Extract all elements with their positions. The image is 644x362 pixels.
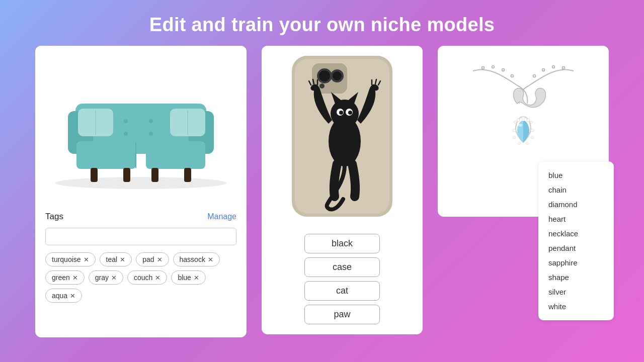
svg-point-1	[55, 177, 226, 189]
tags-header: Tags Manage	[45, 212, 236, 222]
svg-point-13	[124, 132, 128, 136]
tag-case: case	[304, 257, 380, 277]
svg-rect-17	[123, 168, 130, 182]
svg-point-28	[319, 70, 330, 81]
svg-point-31	[319, 83, 325, 88]
svg-point-68	[518, 124, 522, 127]
svg-point-33	[331, 100, 359, 128]
necklace-tag-white: white	[548, 301, 604, 312]
phone-case-card: black case cat paw	[262, 46, 423, 334]
svg-point-10	[149, 119, 153, 123]
tag-chip-teal: teal ✕	[100, 252, 132, 266]
necklace-tag-necklace: necklace	[548, 228, 604, 239]
sofa-image-area	[35, 46, 247, 202]
tag-chip-green: green ✕	[45, 270, 85, 285]
svg-point-30	[333, 71, 342, 80]
tags-section: Tags Manage turquoise ✕ teal ✕ pad ✕ h	[35, 202, 247, 315]
manage-link[interactable]: Manage	[207, 212, 236, 221]
svg-rect-16	[91, 168, 98, 182]
tag-chip-pad: pad ✕	[136, 252, 169, 266]
phone-case-svg	[287, 51, 397, 222]
svg-rect-18	[151, 168, 158, 182]
necklace-tag-pendant: pendant	[548, 242, 604, 254]
remove-tag-blue[interactable]: ✕	[194, 275, 199, 281]
remove-tag-pad[interactable]: ✕	[157, 256, 163, 263]
remove-tag-couch[interactable]: ✕	[155, 275, 160, 281]
svg-point-14	[149, 132, 153, 136]
simple-tags-list: black case cat paw	[262, 227, 423, 324]
necklace-tags-container: blue chain diamond heart necklace pendan…	[538, 161, 614, 320]
necklace-tag-chain: chain	[548, 184, 604, 196]
tag-chips-container: turquoise ✕ teal ✕ pad ✕ hassock ✕ green	[45, 252, 236, 303]
tag-black: black	[304, 234, 380, 253]
necklace-tag-heart: heart	[548, 213, 604, 225]
remove-tag-green[interactable]: ✕	[72, 275, 78, 281]
svg-point-65	[531, 136, 534, 139]
svg-point-62	[514, 121, 517, 124]
necklace-tag-sapphire: sapphire	[548, 257, 604, 268]
necklace-card-wrapper: blue chain diamond heart necklace pendan…	[438, 46, 609, 217]
svg-point-57	[513, 129, 516, 132]
svg-rect-5	[76, 141, 136, 169]
svg-point-58	[531, 129, 534, 132]
phone-case-image-area	[262, 46, 423, 227]
svg-point-59	[517, 119, 520, 122]
page-title: Edit and train your own niche models	[149, 14, 495, 36]
necklace-tag-shape: shape	[548, 272, 604, 283]
svg-point-38	[339, 111, 343, 115]
svg-point-67	[526, 142, 529, 145]
remove-tag-turquoise[interactable]: ✕	[84, 256, 89, 263]
tag-chip-aqua: aqua ✕	[45, 289, 82, 303]
tags-label: Tags	[45, 212, 63, 222]
remove-tag-hassock[interactable]: ✕	[208, 256, 213, 263]
remove-tag-aqua[interactable]: ✕	[70, 293, 75, 299]
necklace-tag-diamond: diamond	[548, 199, 604, 210]
tag-chip-hassock: hassock ✕	[173, 252, 220, 266]
sofa-svg	[45, 53, 236, 194]
tag-chip-gray: gray ✕	[89, 270, 123, 285]
svg-rect-6	[146, 141, 205, 169]
necklace-tag-silver: silver	[548, 286, 604, 298]
tag-paw: paw	[304, 305, 380, 324]
svg-rect-19	[184, 168, 191, 182]
svg-point-39	[348, 111, 352, 115]
necklace-tag-blue: blue	[548, 169, 604, 181]
remove-tag-gray[interactable]: ✕	[111, 275, 117, 281]
tag-cat: cat	[304, 281, 380, 301]
cards-container: Tags Manage turquoise ✕ teal ✕ pad ✕ h	[0, 46, 644, 337]
tag-chip-turquoise: turquoise ✕	[45, 252, 96, 266]
tags-input[interactable]	[45, 228, 236, 245]
svg-point-66	[518, 142, 521, 145]
svg-point-63	[530, 121, 533, 124]
svg-point-9	[124, 119, 128, 123]
tag-chip-couch: couch ✕	[127, 270, 167, 285]
svg-point-60	[527, 119, 530, 122]
svg-point-64	[513, 136, 516, 139]
sofa-card: Tags Manage turquoise ✕ teal ✕ pad ✕ h	[35, 46, 247, 337]
svg-point-61	[522, 117, 525, 120]
tag-chip-blue: blue ✕	[171, 270, 205, 285]
remove-tag-teal[interactable]: ✕	[120, 256, 125, 263]
